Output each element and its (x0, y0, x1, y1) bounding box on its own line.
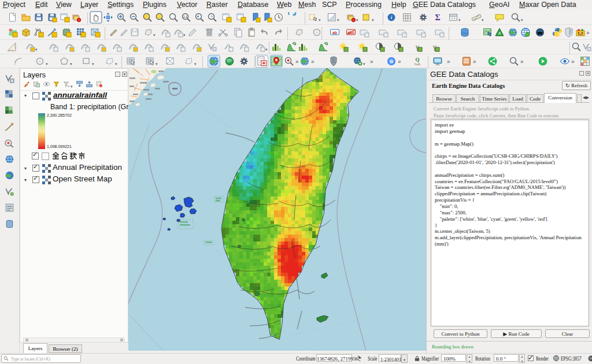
svg-text:Q: Q (415, 57, 419, 62)
svg-text:A: A (498, 31, 501, 35)
svg-text:1:1: 1:1 (183, 15, 188, 18)
svg-text:ε: ε (68, 84, 69, 88)
svg-text:hub: hub (415, 62, 421, 66)
svg-text:G: G (390, 60, 393, 64)
svg-text:Σ: Σ (435, 13, 440, 22)
svg-text:V: V (35, 28, 38, 31)
svg-text:ab: ab (332, 31, 337, 35)
